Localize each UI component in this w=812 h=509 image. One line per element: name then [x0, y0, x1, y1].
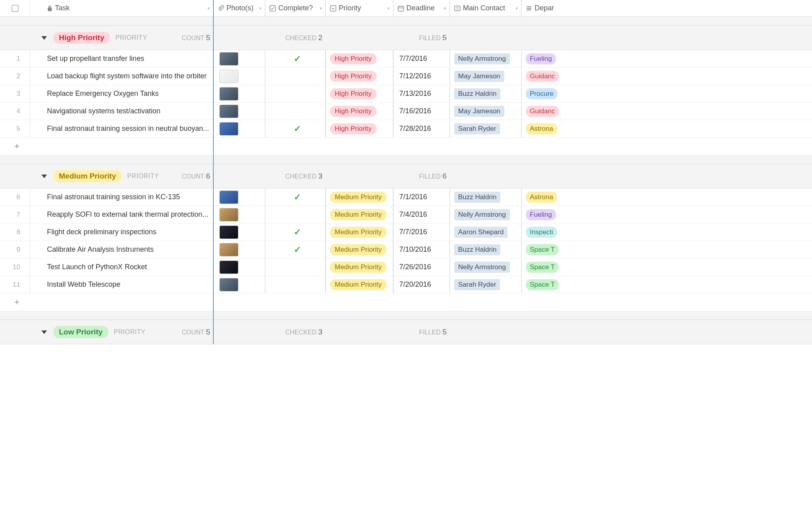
contact-cell[interactable]: Nelly Armstrong — [450, 206, 521, 223]
contact-cell[interactable]: Nelly Armstrong — [450, 50, 521, 67]
task-cell[interactable]: Navigational systems test/activation — [30, 103, 213, 120]
contact-cell[interactable]: Buzz Haldrin — [450, 85, 521, 102]
complete-cell[interactable]: ✓ — [265, 120, 326, 137]
column-header-photos[interactable]: Photo(s) ▾ — [213, 0, 265, 16]
priority-cell[interactable]: Medium Priority — [326, 206, 393, 223]
row-number[interactable]: 3 — [0, 85, 30, 102]
department-cell[interactable]: Space T — [521, 241, 569, 258]
task-cell[interactable]: Flight deck preliminary inspections — [30, 223, 213, 241]
deadline-cell[interactable]: 7/7/2016 — [393, 50, 450, 67]
chevron-down-icon[interactable]: ▾ — [207, 6, 210, 11]
complete-cell[interactable] — [265, 206, 326, 223]
priority-cell[interactable]: Medium Priority — [326, 258, 393, 276]
contact-cell[interactable]: Sarah Ryder — [450, 276, 521, 293]
column-header-task[interactable]: Task ▾ — [30, 0, 213, 16]
complete-cell[interactable]: ✓ — [265, 223, 326, 241]
task-cell[interactable]: Set up propellant transfer lines — [30, 50, 213, 67]
contact-cell[interactable]: Aaron Shepard — [450, 223, 521, 241]
photo-thumbnail[interactable] — [219, 105, 238, 118]
task-cell[interactable]: Replace Emergency Oxygen Tanks — [30, 85, 213, 102]
photo-cell[interactable] — [213, 206, 265, 223]
department-cell[interactable]: Guidanc — [521, 68, 569, 85]
chevron-down-icon[interactable]: ▾ — [515, 6, 518, 11]
table-row[interactable]: 7 Reapply SOFI to external tank thermal … — [0, 206, 812, 223]
department-cell[interactable]: Fueling — [521, 50, 569, 67]
table-row[interactable]: 9 Calibrate Air Analysis Instruments ✓ M… — [0, 241, 812, 258]
priority-cell[interactable]: High Priority — [326, 50, 393, 67]
row-number[interactable]: 5 — [0, 120, 30, 137]
complete-cell[interactable] — [265, 68, 326, 85]
deadline-cell[interactable]: 7/20/2016 — [393, 276, 450, 293]
priority-cell[interactable]: High Priority — [326, 68, 393, 85]
photo-cell[interactable] — [213, 188, 265, 206]
photo-cell[interactable] — [213, 120, 265, 137]
row-number[interactable]: 2 — [0, 68, 30, 85]
caret-down-icon[interactable] — [41, 330, 47, 334]
row-number[interactable]: 10 — [0, 258, 30, 276]
task-cell[interactable]: Load backup flight system software into … — [30, 68, 213, 85]
deadline-cell[interactable]: 7/4/2016 — [393, 206, 450, 223]
contact-cell[interactable]: Buzz Haldrin — [450, 241, 521, 258]
photo-thumbnail[interactable] — [219, 190, 238, 204]
department-cell[interactable]: Astrona — [521, 120, 569, 137]
table-row[interactable]: 6 Final astronaut training session in KC… — [0, 188, 812, 206]
task-cell[interactable]: Test Launch of PythonX Rocket — [30, 258, 213, 276]
photo-cell[interactable] — [213, 276, 265, 293]
photo-thumbnail[interactable] — [219, 122, 238, 136]
column-header-contact[interactable]: Main Contact ▾ — [450, 0, 521, 16]
photo-cell[interactable] — [213, 223, 265, 241]
column-header-priority[interactable]: Priority ▾ — [326, 0, 393, 16]
deadline-cell[interactable]: 7/7/2016 — [393, 223, 450, 241]
photo-thumbnail[interactable] — [219, 87, 238, 101]
complete-cell[interactable]: ✓ — [265, 241, 326, 258]
photo-cell[interactable] — [213, 68, 265, 85]
row-number[interactable]: 8 — [0, 223, 30, 241]
contact-cell[interactable]: Buzz Haldrin — [450, 188, 521, 206]
add-row-button[interactable]: + — [0, 138, 812, 155]
complete-cell[interactable]: ✓ — [265, 50, 326, 67]
caret-down-icon[interactable] — [41, 175, 47, 178]
complete-cell[interactable]: ✓ — [265, 188, 326, 206]
chevron-down-icon[interactable]: ▾ — [320, 6, 322, 11]
complete-cell[interactable] — [265, 276, 326, 293]
group-header[interactable]: Low Priority PRIORITY COUNT 5 CHECKED 3 … — [0, 320, 812, 344]
photo-cell[interactable] — [213, 258, 265, 276]
column-header-department[interactable]: Depar — [521, 0, 569, 16]
photo-thumbnail[interactable] — [219, 225, 238, 239]
column-header-complete[interactable]: Complete? ▾ — [265, 0, 326, 16]
task-cell[interactable]: Reapply SOFI to external tank thermal pr… — [30, 206, 213, 223]
photo-thumbnail[interactable] — [219, 243, 238, 256]
row-number[interactable]: 4 — [0, 103, 30, 120]
photo-cell[interactable] — [213, 103, 265, 120]
task-cell[interactable]: Final astronaut training session in neut… — [30, 120, 213, 137]
department-cell[interactable]: Astrona — [521, 188, 569, 206]
deadline-cell[interactable]: 7/1/2016 — [393, 188, 450, 206]
department-cell[interactable]: Guidanc — [521, 103, 569, 120]
chevron-down-icon[interactable]: ▾ — [387, 6, 390, 11]
department-cell[interactable]: Space T — [521, 276, 569, 293]
photo-thumbnail[interactable] — [219, 278, 238, 291]
contact-cell[interactable]: May Jameson — [450, 103, 521, 120]
table-row[interactable]: 11 Install Webb Telescope Medium Priorit… — [0, 276, 812, 293]
table-row[interactable]: 10 Test Launch of PythonX Rocket Medium … — [0, 258, 812, 276]
department-cell[interactable]: Fueling — [521, 206, 569, 223]
priority-cell[interactable]: High Priority — [326, 120, 393, 137]
photo-thumbnail[interactable] — [219, 208, 238, 221]
table-row[interactable]: 1 Set up propellant transfer lines ✓ Hig… — [0, 50, 812, 68]
add-row-button[interactable]: + — [0, 293, 812, 311]
contact-cell[interactable]: Nelly Armstrong — [450, 258, 521, 276]
chevron-down-icon[interactable]: ▾ — [259, 6, 262, 11]
deadline-cell[interactable]: 7/10/2016 — [393, 241, 450, 258]
table-row[interactable]: 2 Load backup flight system software int… — [0, 68, 812, 85]
table-row[interactable]: 3 Replace Emergency Oxygen Tanks High Pr… — [0, 85, 812, 103]
photo-cell[interactable] — [213, 241, 265, 258]
priority-cell[interactable]: High Priority — [326, 85, 393, 102]
priority-cell[interactable]: High Priority — [326, 103, 393, 120]
deadline-cell[interactable]: 7/12/2016 — [393, 68, 450, 85]
row-number[interactable]: 6 — [0, 188, 30, 206]
select-all-cell[interactable] — [0, 0, 30, 16]
table-row[interactable]: 8 Flight deck preliminary inspections ✓ … — [0, 223, 812, 241]
priority-cell[interactable]: Medium Priority — [326, 276, 393, 293]
priority-cell[interactable]: Medium Priority — [326, 241, 393, 258]
group-header[interactable]: Medium Priority PRIORITY COUNT 6 CHECKED… — [0, 164, 812, 188]
